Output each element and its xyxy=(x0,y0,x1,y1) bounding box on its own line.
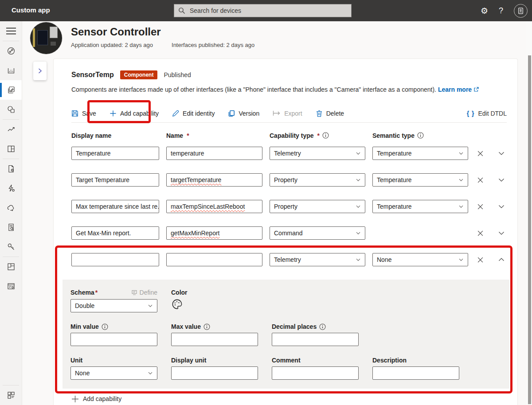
define-schema-icon xyxy=(131,289,137,296)
unit-dropdown[interactable]: None xyxy=(70,366,157,380)
chevron-up-icon xyxy=(498,256,505,263)
decimal-places-label: Decimal places xyxy=(272,323,359,331)
name-input[interactable]: getMaxMinReport xyxy=(166,226,262,240)
vertical-scrollbar-thumb[interactable] xyxy=(528,55,531,404)
nav-menu-toggle[interactable] xyxy=(0,21,22,41)
sidebar-item-jobs[interactable] xyxy=(0,159,22,179)
version-button[interactable]: Version xyxy=(228,110,259,117)
info-icon[interactable] xyxy=(203,323,210,330)
id-badge-icon xyxy=(517,7,524,15)
chevron-right-icon xyxy=(37,68,43,74)
description-label: Description xyxy=(372,356,459,364)
add-capability-bottom-button[interactable]: Add capability xyxy=(71,395,121,403)
comment-label: Comment xyxy=(272,356,359,364)
delete-button[interactable]: Delete xyxy=(316,110,344,117)
sidebar-item-application-settings[interactable] xyxy=(0,276,22,296)
min-value-input[interactable] xyxy=(70,333,157,346)
capability-type-dropdown[interactable]: Property xyxy=(270,200,365,213)
expand-capability-button[interactable] xyxy=(498,176,505,183)
sidebar-item-analytics[interactable] xyxy=(0,120,22,139)
schema-dropdown[interactable]: Double xyxy=(70,299,157,312)
name-input[interactable]: temperature xyxy=(166,147,262,160)
vertical-scrollbar-track[interactable] xyxy=(526,21,532,405)
info-icon[interactable] xyxy=(102,323,108,330)
close-x-icon xyxy=(477,177,484,183)
chevron-down-icon xyxy=(498,203,505,210)
semantic-type-dropdown[interactable]: Temperature xyxy=(372,200,468,213)
name-input[interactable]: targetTemperature xyxy=(166,173,262,187)
interface-editor-panel: SensorTemp Component Published Component… xyxy=(53,58,518,405)
sidebar-item-layout[interactable] xyxy=(0,257,22,276)
help-icon[interactable]: ? xyxy=(499,6,503,16)
max-value-input[interactable] xyxy=(171,333,258,346)
expand-capability-button[interactable] xyxy=(498,150,505,157)
capability-type-dropdown[interactable]: Property xyxy=(270,173,365,187)
sidebar-item-device-groups[interactable] xyxy=(0,100,22,119)
name-input[interactable] xyxy=(166,253,262,266)
info-icon[interactable] xyxy=(417,132,424,139)
capability-type-dropdown[interactable]: Telemetry xyxy=(270,147,365,160)
sidebar-item-dashboards[interactable] xyxy=(0,139,22,159)
rules-lightning-icon xyxy=(7,184,16,193)
semantic-type-dropdown[interactable]: Temperature xyxy=(372,147,468,160)
sidebar-item-rules[interactable] xyxy=(0,179,22,198)
device-search-box[interactable] xyxy=(174,4,352,17)
display-name-input[interactable]: Get Max-Min report. xyxy=(71,226,159,240)
dashboard-icon xyxy=(7,144,16,153)
sidebar-item-data-export[interactable] xyxy=(0,198,22,218)
capability-row: Max temperature since last re... maxTemp… xyxy=(71,200,507,213)
display-name-input[interactable] xyxy=(71,253,159,266)
audit-log-file-search-icon xyxy=(7,223,16,232)
delete-capability-button[interactable] xyxy=(477,150,484,157)
learn-more-link[interactable]: Learn more xyxy=(438,86,472,93)
devices-icon xyxy=(7,66,16,75)
edit-identity-button[interactable]: Edit identity xyxy=(172,110,215,117)
info-icon[interactable] xyxy=(322,132,329,139)
color-palette-icon xyxy=(171,298,183,310)
sidebar-item-connect[interactable] xyxy=(0,41,22,61)
export-arrow-icon xyxy=(273,110,281,116)
column-name: Name* xyxy=(166,132,262,139)
settings-gear-icon[interactable]: ⚙ xyxy=(481,7,488,15)
display-name-input[interactable]: Max temperature since last re... xyxy=(71,200,159,213)
search-input[interactable] xyxy=(189,7,347,15)
chevron-down-icon xyxy=(498,176,505,183)
account-avatar[interactable] xyxy=(514,4,528,18)
edit-dtdl-button[interactable]: { } Edit DTDL xyxy=(467,110,507,117)
description-input[interactable] xyxy=(372,366,459,380)
semantic-type-dropdown[interactable]: Temperature xyxy=(372,173,468,187)
sidebar-item-audit-logs[interactable] xyxy=(0,218,22,237)
capability-type-dropdown[interactable]: Command xyxy=(270,226,365,240)
color-picker-button[interactable] xyxy=(171,298,258,312)
chevron-down-icon xyxy=(356,257,361,262)
semantic-type-dropdown[interactable]: None xyxy=(372,253,468,266)
comment-input[interactable] xyxy=(272,366,359,380)
sidebar-item-devices[interactable] xyxy=(0,61,22,80)
close-x-icon xyxy=(477,257,484,263)
device-groups-icon xyxy=(7,105,16,114)
sidebar-item-permissions[interactable] xyxy=(0,237,22,257)
name-input[interactable]: maxTempSinceLastReboot xyxy=(166,200,262,213)
sidebar-item-app-switcher[interactable] xyxy=(0,386,22,405)
delete-capability-button[interactable] xyxy=(477,257,484,263)
info-icon[interactable] xyxy=(319,323,326,330)
decimal-places-input[interactable] xyxy=(272,333,359,346)
page-title: Sensor Controller xyxy=(71,26,161,38)
capability-type-dropdown[interactable]: Telemetry xyxy=(270,253,365,266)
chevron-down-icon xyxy=(458,257,464,262)
display-name-input[interactable]: Temperature xyxy=(71,147,159,160)
add-capability-button[interactable]: Add capability xyxy=(110,110,159,117)
save-button[interactable]: Save xyxy=(71,110,96,117)
delete-capability-button[interactable] xyxy=(477,177,484,183)
sidebar-item-device-templates[interactable] xyxy=(0,80,22,100)
copy-version-icon xyxy=(228,110,235,117)
expand-tree-button[interactable] xyxy=(33,62,47,80)
display-unit-input[interactable] xyxy=(171,366,258,380)
chevron-down-icon xyxy=(148,303,153,308)
expand-capability-button[interactable] xyxy=(498,203,505,210)
expand-capability-button[interactable] xyxy=(498,230,505,237)
display-name-input[interactable]: Target Temperature xyxy=(71,173,159,187)
collapse-capability-button[interactable] xyxy=(498,256,505,263)
delete-capability-button[interactable] xyxy=(477,203,484,210)
delete-capability-button[interactable] xyxy=(477,230,484,237)
